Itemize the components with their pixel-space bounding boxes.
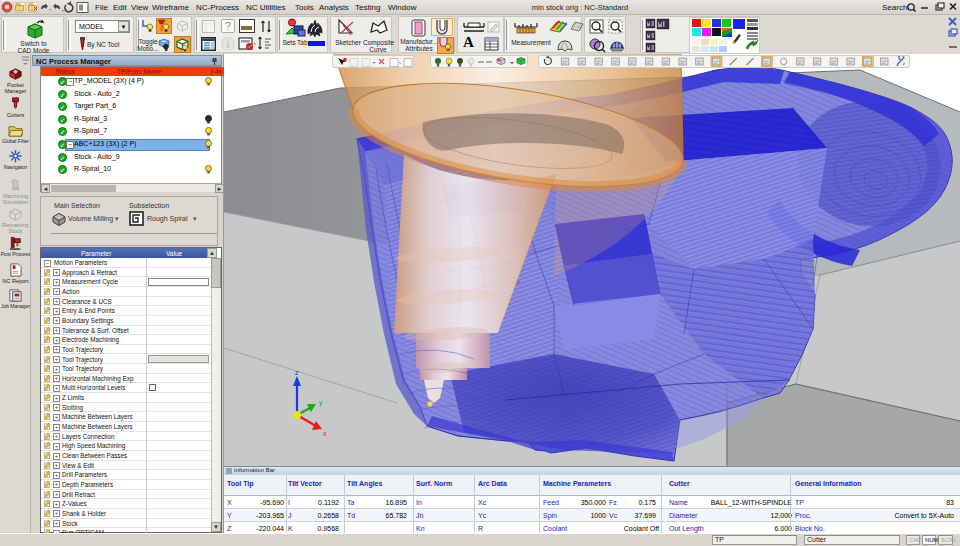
svg-text:z: z <box>295 369 299 376</box>
svg-text:x: x <box>323 430 327 437</box>
svg-text:i: i <box>227 39 230 50</box>
svg-text:y: y <box>319 399 323 407</box>
